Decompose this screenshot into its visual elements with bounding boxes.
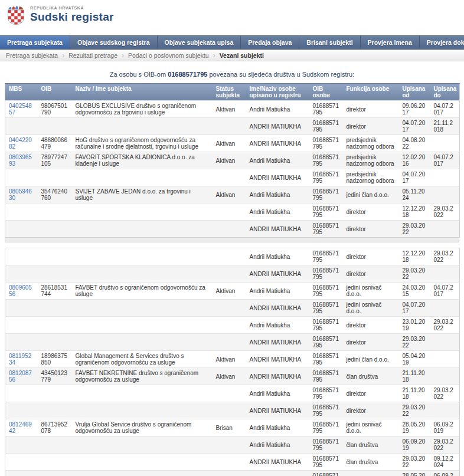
date-to-cell: [430, 402, 460, 419]
mbs-cell: 080396593: [5, 152, 38, 169]
name-cell: FAVBET NEKRETNINE društvo s ograničenom …: [72, 368, 213, 385]
mbs-cell: [5, 334, 38, 351]
person-cell: Andrii Matiukha: [246, 385, 309, 402]
table-row: ANDRII MATIUKHA01688571795direktor29.03.…: [5, 221, 460, 238]
date-to-cell: [430, 334, 460, 351]
function-cell: direktor: [343, 221, 399, 238]
mbs-link[interactable]: 081195234: [9, 353, 31, 366]
table-row: ANDRII MATIUKHA01688571795direktor29.03.…: [5, 265, 460, 283]
results-table-part: Andrii Matiukha01688571795direktor12.12.…: [5, 248, 460, 476]
person-oib-cell: 01688571795: [309, 221, 343, 238]
name-cell: [72, 454, 213, 471]
status-cell: Aktivan: [213, 101, 246, 118]
function-cell: direktor: [343, 203, 399, 221]
date-from-cell: 12.12.2018: [399, 248, 430, 265]
table-row: 08059463035476240760SVIJET ZABAVE JEDAN …: [5, 186, 460, 203]
status-cell: [213, 248, 246, 265]
table-row: Andrii Matiukha01688571795direktor12.12.…: [5, 203, 460, 221]
person-oib-cell: 01688571795: [309, 317, 343, 334]
date-to-cell: 29.03.2022: [430, 385, 460, 402]
table-row: ANDRII MATIUKHA01688571795predsjednik na…: [5, 169, 460, 186]
person-cell: Andrii Matiukha: [246, 186, 309, 203]
function-cell: direktor: [343, 118, 399, 135]
status-cell: Aktivan: [213, 283, 246, 300]
date-from-cell: 12.12.2018: [399, 203, 430, 221]
section-title: Za osobu s OIB-om 01688571795 povezana s…: [0, 71, 464, 78]
title-oib: 01688571795: [168, 71, 207, 78]
page-header: REPUBLIKA HRVATSKA Sudski registar: [0, 0, 464, 28]
table-row: ANDRII MATIUKHA01688571795direktor29.03.…: [5, 402, 460, 419]
table-row: 08120875643450123779FAVBET NEKRETNINE dr…: [5, 368, 460, 385]
person-oib-cell: 01688571795: [309, 454, 343, 471]
breadcrumb-item[interactable]: Pretraga subjekata: [6, 52, 58, 59]
function-cell: predsjednik nadzornog odbora: [343, 135, 399, 152]
table-row: Andrii Matiukha01688571795direktor12.12.…: [5, 248, 460, 265]
person-oib-cell: 01688571795: [309, 402, 343, 419]
table-row: 04042208248680066479HoG društvo s ograni…: [5, 135, 460, 152]
person-cell: ANDRII MATIUKHA: [246, 368, 309, 385]
breadcrumb-item[interactable]: Podaci o poslovnom subjektu: [128, 52, 209, 59]
mbs-cell: [5, 385, 38, 402]
person-oib-cell: 01688571795: [309, 135, 343, 152]
oib-cell: [38, 118, 72, 135]
person-oib-cell: 01688571795: [309, 248, 343, 265]
name-cell: SVIJET ZABAVE JEDAN d.o.o. za trgovinu i…: [72, 186, 213, 203]
date-to-cell: [430, 351, 460, 368]
mbs-link[interactable]: 040254857: [9, 103, 32, 116]
oib-cell: [38, 300, 72, 317]
function-cell: jedini član d.o.o.: [343, 186, 399, 203]
person-cell: Andrii Matiukha: [246, 152, 309, 169]
breadcrumb-separator-icon: ›: [62, 52, 64, 59]
date-from-cell: 21.11.2018: [399, 385, 430, 402]
person-cell: ANDRII MATIUKHA: [246, 221, 309, 238]
date-to-cell: [430, 186, 460, 203]
nav-tab[interactable]: Predaja objava: [241, 36, 299, 49]
date-to-cell: 06.09.2019: [430, 471, 460, 476]
nav-tab[interactable]: Pretraga subjekata: [0, 36, 70, 49]
mbs-link[interactable]: 080594630: [9, 188, 32, 201]
app-title: Sudski registar: [30, 11, 114, 24]
function-cell: direktor: [343, 265, 399, 283]
nav-tab[interactable]: Objave subjekata upisa: [158, 36, 241, 49]
person-cell: Andrii Matiukha: [246, 436, 309, 454]
person-oib-cell: 01688571795: [309, 300, 343, 317]
status-cell: Aktivan: [213, 186, 246, 203]
mbs-link[interactable]: 081208756: [9, 370, 32, 383]
mbs-cell: [5, 221, 38, 238]
oib-cell: [38, 385, 72, 402]
person-oib-cell: 01688571795: [309, 118, 343, 135]
name-cell: [72, 402, 213, 419]
date-from-cell: 04.08.2022: [399, 135, 430, 152]
mbs-link[interactable]: 080396593: [9, 154, 32, 167]
status-cell: [213, 385, 246, 402]
breadcrumb-item[interactable]: Rezultati pretrage: [68, 52, 117, 59]
person-oib-cell: 01688571795: [309, 186, 343, 203]
table-row: Andrii Matiukha01688571795direktor28.05.…: [5, 471, 460, 476]
nav-tab[interactable]: Provjera imena: [361, 36, 420, 49]
column-header: Funkcija osobe: [343, 84, 399, 101]
mbs-link[interactable]: 081246942: [9, 421, 32, 434]
column-header: Status subjekta: [213, 84, 246, 101]
status-cell: Aktivan: [213, 368, 246, 385]
name-cell: HoG društvo s ograničenom odgovornošću z…: [72, 135, 213, 152]
mbs-link[interactable]: 040422082: [9, 137, 32, 150]
oib-cell: [38, 471, 72, 476]
name-cell: [72, 436, 213, 454]
date-from-cell: 23.01.2019: [399, 317, 430, 334]
mbs-link[interactable]: 080960556: [9, 284, 32, 297]
column-header: Naziv / Ime subjekta: [72, 84, 213, 101]
function-cell: direktor: [343, 248, 399, 265]
mbs-cell: [5, 471, 38, 476]
nav-tab[interactable]: Provjera dokumenta: [420, 36, 464, 49]
nav-tab[interactable]: Brisani subjekti: [299, 36, 360, 49]
results-table-1: MBSOIBNaziv / Ime subjektaStatus subjekt…: [5, 83, 459, 476]
person-oib-cell: 01688571795: [309, 169, 343, 186]
oib-cell: 86713952078: [38, 419, 72, 436]
status-cell: [213, 203, 246, 221]
name-cell: [72, 118, 213, 135]
date-to-cell: [430, 368, 460, 385]
table-row: 04025485798067501790GLOBUS EXCLUSIVE dru…: [5, 101, 460, 118]
function-cell: jedini član d.o.o.: [343, 351, 399, 368]
nav-tab[interactable]: Objave sudskog registra: [70, 36, 158, 49]
name-cell: Global Management & Services društvo s o…: [72, 351, 213, 368]
